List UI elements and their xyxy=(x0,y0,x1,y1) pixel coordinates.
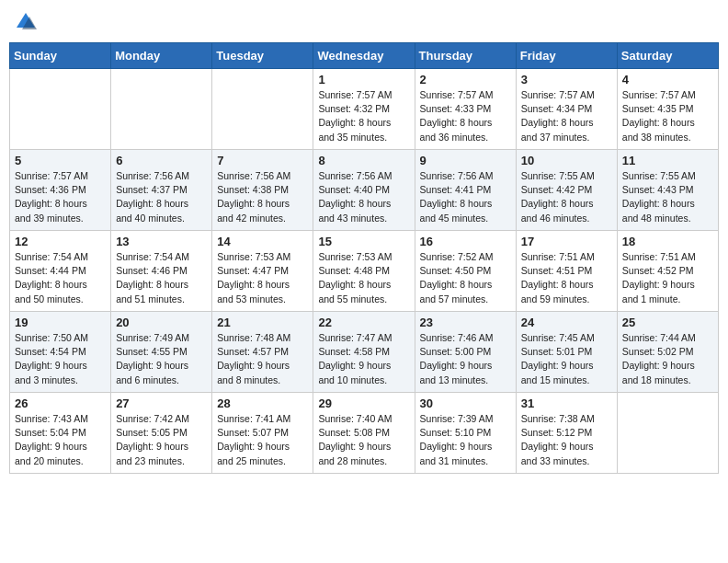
day-info: Sunrise: 7:57 AM Sunset: 4:36 PM Dayligh… xyxy=(15,169,106,225)
day-info: Sunrise: 7:51 AM Sunset: 4:51 PM Dayligh… xyxy=(521,250,612,306)
calendar-cell: 5Sunrise: 7:57 AM Sunset: 4:36 PM Daylig… xyxy=(10,150,111,231)
day-number: 14 xyxy=(217,235,308,248)
calendar-cell: 7Sunrise: 7:56 AM Sunset: 4:38 PM Daylig… xyxy=(212,150,313,231)
day-number: 30 xyxy=(420,396,511,410)
calendar-cell: 2Sunrise: 7:57 AM Sunset: 4:33 PM Daylig… xyxy=(415,69,516,150)
weekday-header-thursday: Thursday xyxy=(415,43,516,69)
day-number: 18 xyxy=(622,235,713,248)
day-info: Sunrise: 7:55 AM Sunset: 4:42 PM Dayligh… xyxy=(521,169,612,225)
day-number: 28 xyxy=(217,396,308,410)
day-info: Sunrise: 7:50 AM Sunset: 4:54 PM Dayligh… xyxy=(15,331,106,387)
day-number: 5 xyxy=(15,154,106,167)
day-number: 10 xyxy=(521,154,612,167)
day-number: 11 xyxy=(622,154,713,167)
calendar-cell: 21Sunrise: 7:48 AM Sunset: 4:57 PM Dayli… xyxy=(212,312,313,393)
day-info: Sunrise: 7:45 AM Sunset: 5:01 PM Dayligh… xyxy=(521,331,612,387)
day-number: 1 xyxy=(318,73,409,86)
day-number: 27 xyxy=(116,396,207,410)
day-number: 23 xyxy=(420,316,511,329)
day-info: Sunrise: 7:53 AM Sunset: 4:47 PM Dayligh… xyxy=(217,250,308,306)
day-number: 26 xyxy=(15,396,106,410)
day-info: Sunrise: 7:47 AM Sunset: 4:58 PM Dayligh… xyxy=(318,331,409,387)
weekday-header-monday: Monday xyxy=(111,43,212,69)
day-number: 6 xyxy=(116,154,207,167)
calendar-cell: 16Sunrise: 7:52 AM Sunset: 4:50 PM Dayli… xyxy=(415,231,516,312)
calendar-cell: 10Sunrise: 7:55 AM Sunset: 4:42 PM Dayli… xyxy=(516,150,617,231)
calendar-cell: 3Sunrise: 7:57 AM Sunset: 4:34 PM Daylig… xyxy=(516,69,617,150)
weekday-header-sunday: Sunday xyxy=(10,43,111,69)
calendar-cell: 24Sunrise: 7:45 AM Sunset: 5:01 PM Dayli… xyxy=(516,312,617,393)
weekday-header-saturday: Saturday xyxy=(617,43,718,69)
calendar-cell xyxy=(111,69,212,150)
day-number: 7 xyxy=(217,154,308,167)
calendar-cell: 19Sunrise: 7:50 AM Sunset: 4:54 PM Dayli… xyxy=(10,312,111,393)
logo-icon xyxy=(13,9,39,35)
day-info: Sunrise: 7:55 AM Sunset: 4:43 PM Dayligh… xyxy=(622,169,713,225)
day-info: Sunrise: 7:57 AM Sunset: 4:34 PM Dayligh… xyxy=(521,88,612,144)
day-info: Sunrise: 7:40 AM Sunset: 5:08 PM Dayligh… xyxy=(318,412,409,468)
day-info: Sunrise: 7:49 AM Sunset: 4:55 PM Dayligh… xyxy=(116,331,207,387)
day-info: Sunrise: 7:56 AM Sunset: 4:40 PM Dayligh… xyxy=(318,169,409,225)
day-info: Sunrise: 7:44 AM Sunset: 5:02 PM Dayligh… xyxy=(622,331,713,387)
day-number: 12 xyxy=(15,235,106,248)
calendar-cell: 8Sunrise: 7:56 AM Sunset: 4:40 PM Daylig… xyxy=(313,150,415,231)
day-number: 20 xyxy=(116,316,207,329)
day-number: 17 xyxy=(521,235,612,248)
day-number: 16 xyxy=(420,235,511,248)
day-info: Sunrise: 7:56 AM Sunset: 4:41 PM Dayligh… xyxy=(420,169,511,225)
day-number: 21 xyxy=(217,316,308,329)
day-info: Sunrise: 7:48 AM Sunset: 4:57 PM Dayligh… xyxy=(217,331,308,387)
day-number: 13 xyxy=(116,235,207,248)
calendar-cell: 15Sunrise: 7:53 AM Sunset: 4:48 PM Dayli… xyxy=(313,231,415,312)
calendar-cell: 23Sunrise: 7:46 AM Sunset: 5:00 PM Dayli… xyxy=(415,312,516,393)
day-info: Sunrise: 7:56 AM Sunset: 4:38 PM Dayligh… xyxy=(217,169,308,225)
day-info: Sunrise: 7:52 AM Sunset: 4:50 PM Dayligh… xyxy=(420,250,511,306)
day-info: Sunrise: 7:56 AM Sunset: 4:37 PM Dayligh… xyxy=(116,169,207,225)
calendar-cell: 1Sunrise: 7:57 AM Sunset: 4:32 PM Daylig… xyxy=(313,69,415,150)
calendar-cell: 11Sunrise: 7:55 AM Sunset: 4:43 PM Dayli… xyxy=(617,150,718,231)
calendar-cell: 13Sunrise: 7:54 AM Sunset: 4:46 PM Dayli… xyxy=(111,231,212,312)
calendar-cell: 22Sunrise: 7:47 AM Sunset: 4:58 PM Dayli… xyxy=(313,312,415,393)
calendar: SundayMondayTuesdayWednesdayThursdayFrid… xyxy=(9,42,719,474)
calendar-cell: 9Sunrise: 7:56 AM Sunset: 4:41 PM Daylig… xyxy=(415,150,516,231)
day-number: 9 xyxy=(420,154,511,167)
calendar-cell: 17Sunrise: 7:51 AM Sunset: 4:51 PM Dayli… xyxy=(516,231,617,312)
day-info: Sunrise: 7:53 AM Sunset: 4:48 PM Dayligh… xyxy=(318,250,409,306)
calendar-cell: 28Sunrise: 7:41 AM Sunset: 5:07 PM Dayli… xyxy=(212,393,313,474)
page-header xyxy=(9,9,719,35)
day-number: 24 xyxy=(521,316,612,329)
day-number: 15 xyxy=(318,235,409,248)
day-info: Sunrise: 7:41 AM Sunset: 5:07 PM Dayligh… xyxy=(217,412,308,468)
day-info: Sunrise: 7:54 AM Sunset: 4:46 PM Dayligh… xyxy=(116,250,207,306)
calendar-cell: 18Sunrise: 7:51 AM Sunset: 4:52 PM Dayli… xyxy=(617,231,718,312)
day-number: 4 xyxy=(622,73,713,86)
calendar-cell: 14Sunrise: 7:53 AM Sunset: 4:47 PM Dayli… xyxy=(212,231,313,312)
day-info: Sunrise: 7:54 AM Sunset: 4:44 PM Dayligh… xyxy=(15,250,106,306)
day-info: Sunrise: 7:57 AM Sunset: 4:35 PM Dayligh… xyxy=(622,88,713,144)
weekday-header-wednesday: Wednesday xyxy=(313,43,415,69)
calendar-cell: 20Sunrise: 7:49 AM Sunset: 4:55 PM Dayli… xyxy=(111,312,212,393)
day-number: 25 xyxy=(622,316,713,329)
calendar-cell: 12Sunrise: 7:54 AM Sunset: 4:44 PM Dayli… xyxy=(10,231,111,312)
logo xyxy=(13,9,42,35)
day-info: Sunrise: 7:43 AM Sunset: 5:04 PM Dayligh… xyxy=(15,412,106,468)
day-number: 19 xyxy=(15,316,106,329)
calendar-cell: 26Sunrise: 7:43 AM Sunset: 5:04 PM Dayli… xyxy=(10,393,111,474)
calendar-cell: 30Sunrise: 7:39 AM Sunset: 5:10 PM Dayli… xyxy=(415,393,516,474)
day-info: Sunrise: 7:57 AM Sunset: 4:32 PM Dayligh… xyxy=(318,88,409,144)
calendar-cell xyxy=(10,69,111,150)
day-info: Sunrise: 7:57 AM Sunset: 4:33 PM Dayligh… xyxy=(420,88,511,144)
calendar-cell xyxy=(212,69,313,150)
calendar-cell: 27Sunrise: 7:42 AM Sunset: 5:05 PM Dayli… xyxy=(111,393,212,474)
calendar-cell: 29Sunrise: 7:40 AM Sunset: 5:08 PM Dayli… xyxy=(313,393,415,474)
day-number: 2 xyxy=(420,73,511,86)
day-info: Sunrise: 7:42 AM Sunset: 5:05 PM Dayligh… xyxy=(116,412,207,468)
calendar-cell: 25Sunrise: 7:44 AM Sunset: 5:02 PM Dayli… xyxy=(617,312,718,393)
weekday-header-tuesday: Tuesday xyxy=(212,43,313,69)
day-number: 8 xyxy=(318,154,409,167)
day-number: 31 xyxy=(521,396,612,410)
day-info: Sunrise: 7:39 AM Sunset: 5:10 PM Dayligh… xyxy=(420,412,511,468)
weekday-header-friday: Friday xyxy=(516,43,617,69)
day-info: Sunrise: 7:46 AM Sunset: 5:00 PM Dayligh… xyxy=(420,331,511,387)
calendar-cell xyxy=(617,393,718,474)
